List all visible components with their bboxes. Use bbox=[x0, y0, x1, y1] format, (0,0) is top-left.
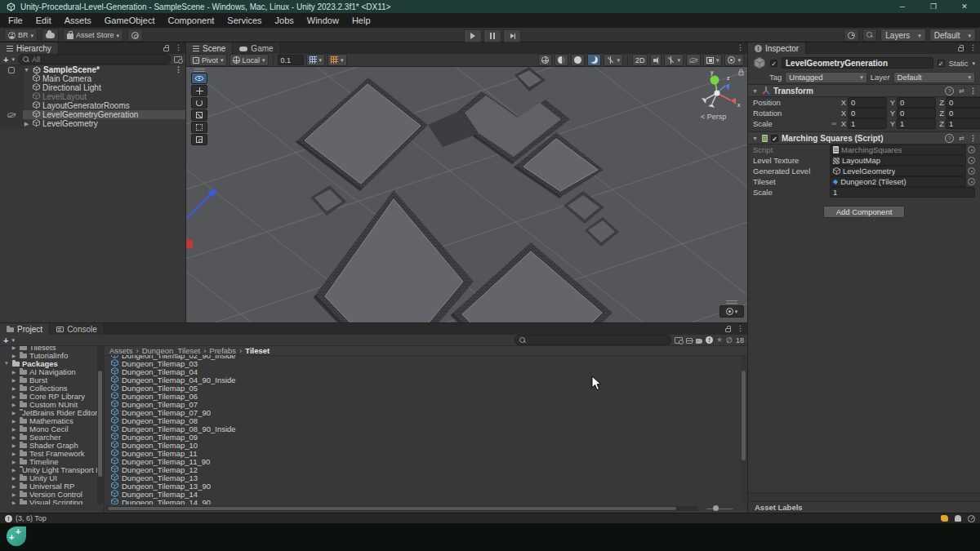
visibility-gutter-cell[interactable] bbox=[0, 119, 23, 128]
menu-file[interactable]: File bbox=[2, 14, 29, 28]
favorites-star-icon[interactable]: ★ bbox=[716, 336, 723, 344]
tree-item-visual-scripting[interactable]: ▶Visual Scripting bbox=[0, 498, 97, 504]
maximize-button[interactable]: ❐ bbox=[918, 0, 949, 14]
tree-item-universal-rp[interactable]: ▶Universal RP bbox=[0, 482, 97, 490]
project-tab-console[interactable]: Console bbox=[50, 323, 105, 335]
tree-item-collections[interactable]: ▶Collections bbox=[0, 384, 97, 392]
rect-tool-button[interactable] bbox=[191, 122, 207, 133]
hierarchy-item-main-camera[interactable]: Main Camera bbox=[0, 74, 185, 83]
asset-item-dungeon_tilemap_08[interactable]: Dungeon_Tilemap_08 bbox=[111, 416, 740, 424]
position-y-field[interactable]: 0 bbox=[897, 97, 936, 108]
position-z-field[interactable]: 0 bbox=[946, 97, 980, 108]
component-enabled-checkbox[interactable] bbox=[771, 135, 778, 142]
menu-help[interactable]: Help bbox=[345, 14, 377, 28]
field-value[interactable]: 1 bbox=[830, 187, 975, 198]
scene-visibility-button[interactable] bbox=[686, 54, 701, 66]
foldout-arrow-icon[interactable]: ▶ bbox=[11, 442, 17, 448]
foldout-arrow-icon[interactable]: ▼ bbox=[3, 361, 10, 366]
create-button[interactable]: + bbox=[3, 56, 8, 64]
tree-item-version-control[interactable]: ▶Version Control bbox=[0, 490, 97, 498]
lock-icon[interactable] bbox=[725, 328, 731, 332]
ambient-toggle-button[interactable] bbox=[571, 54, 585, 66]
global-search-button[interactable] bbox=[862, 29, 877, 42]
asset-item-dungeon_tilemap_09[interactable]: Dungeon_Tilemap_09 bbox=[111, 433, 740, 441]
lock-icon[interactable] bbox=[163, 47, 169, 51]
create-button[interactable]: + bbox=[3, 336, 8, 344]
grid-snapping-button[interactable]: ▾ bbox=[306, 54, 326, 66]
flare-dropdown-button[interactable]: ▾ bbox=[604, 54, 623, 66]
project-tab-project[interactable]: Project bbox=[0, 323, 50, 335]
lock-icon[interactable] bbox=[958, 47, 964, 51]
static-checkbox[interactable] bbox=[938, 60, 945, 67]
foldout-arrow-icon[interactable]: ▶ bbox=[11, 459, 17, 464]
snap-increment-button[interactable]: ▾ bbox=[327, 54, 347, 66]
layers-dropdown[interactable]: Layers ▾ bbox=[880, 29, 926, 42]
field-value[interactable]: LevelGeometry bbox=[830, 166, 966, 176]
step-button[interactable] bbox=[503, 29, 521, 42]
visibility-gutter-cell[interactable] bbox=[0, 101, 23, 110]
visibility-gutter-cell[interactable] bbox=[0, 74, 23, 83]
grid-size-field[interactable]: 0.1 bbox=[278, 55, 304, 65]
audio-toggle-button[interactable] bbox=[650, 54, 662, 66]
package-filter-icon[interactable] bbox=[686, 338, 693, 344]
visibility-gutter-cell[interactable] bbox=[0, 65, 23, 74]
menu-edit[interactable]: Edit bbox=[29, 14, 58, 28]
tree-item-mono-cecil[interactable]: ▶Mono Cecil bbox=[0, 424, 97, 433]
foldout-arrow-icon[interactable]: ▶ bbox=[23, 121, 30, 127]
gizmos-dropdown-button[interactable]: ▾ bbox=[724, 54, 744, 66]
asset-item-dungeon_tilemap_13[interactable]: Dungeon_Tilemap_13 bbox=[111, 473, 740, 482]
script-component-header[interactable]: ▼ Marching Squares (Script) ? ⇄ ⋮ bbox=[748, 131, 980, 144]
help-icon[interactable]: ? bbox=[945, 134, 954, 143]
breadcrumb-item-assets[interactable]: Assets bbox=[109, 346, 133, 355]
layout-dropdown[interactable]: Default ▾ bbox=[929, 29, 976, 42]
label-filter-icon[interactable] bbox=[696, 339, 702, 344]
scene-viewport[interactable]: y z x < Persp ▾ bbox=[186, 67, 747, 322]
move-tool-button[interactable] bbox=[191, 85, 207, 96]
visibility-gutter-cell[interactable] bbox=[0, 83, 23, 92]
menu-services[interactable]: Services bbox=[220, 14, 268, 28]
asset-item-dungeon_tilemap_07_90[interactable]: Dungeon_Tilemap_07_90 bbox=[111, 408, 740, 416]
tab-inspector[interactable]: Inspector bbox=[748, 42, 806, 54]
tree-item-burst[interactable]: ▶Burst bbox=[0, 375, 97, 384]
menu-component[interactable]: Component bbox=[161, 14, 220, 28]
horizontal-scrollbar[interactable] bbox=[106, 506, 698, 511]
rotation-y-field[interactable]: 0 bbox=[897, 108, 936, 118]
menu-gameobject[interactable]: GameObject bbox=[98, 14, 162, 28]
scene-tab-scene[interactable]: Scene bbox=[186, 42, 233, 54]
scene-visibility-off-icon[interactable] bbox=[7, 113, 16, 118]
tree-item-timeline[interactable]: ▶Timeline bbox=[0, 457, 97, 465]
overlay-drag-handle[interactable] bbox=[726, 300, 737, 304]
play-button[interactable] bbox=[464, 29, 482, 42]
visibility-gutter-cell[interactable] bbox=[0, 92, 23, 101]
rotation-z-field[interactable]: 0 bbox=[946, 108, 980, 118]
object-picker-icon[interactable] bbox=[968, 178, 975, 185]
asset-item-dungeon_tilemap_08_90_inside[interactable]: Dungeon_Tilemap_08_90_Inside bbox=[111, 424, 740, 433]
tree-item-unity-ui[interactable]: ▶Unity UI bbox=[0, 473, 97, 482]
kebab-menu-icon[interactable]: ⋮ bbox=[175, 44, 182, 51]
foldout-arrow-icon[interactable]: ▶ bbox=[11, 369, 17, 375]
rotate-tool-button[interactable] bbox=[191, 97, 207, 109]
presets-icon[interactable]: ⇄ bbox=[959, 87, 964, 95]
tree-item-unity-light-transport-libr[interactable]: ▶Unity Light Transport Libr bbox=[0, 465, 97, 473]
kebab-menu-icon[interactable]: ⋮ bbox=[737, 325, 744, 332]
foldout-arrow-icon[interactable]: ▶ bbox=[11, 467, 17, 473]
chevron-down-icon[interactable]: ▾ bbox=[11, 337, 15, 343]
foldout-arrow-icon[interactable]: ▶ bbox=[11, 393, 17, 399]
presets-icon[interactable]: ⇄ bbox=[959, 135, 964, 142]
visibility-gutter-cell[interactable] bbox=[0, 110, 23, 119]
asset-item-dungeon_tilemap_06[interactable]: Dungeon_Tilemap_06 bbox=[111, 392, 740, 400]
foldout-arrow-icon[interactable]: ▶ bbox=[11, 385, 17, 391]
hierarchy-item-layoutgeneratorrooms[interactable]: LayoutGeneratorRooms bbox=[0, 101, 185, 110]
object-picker-icon[interactable] bbox=[968, 167, 975, 175]
foldout-arrow-icon[interactable]: ▶ bbox=[11, 346, 17, 350]
foldout-arrow-icon[interactable]: ▶ bbox=[11, 410, 17, 415]
field-value[interactable]: ◆Dungeon2 (Tileset) bbox=[830, 176, 966, 187]
kebab-menu-icon[interactable]: ⋮ bbox=[969, 135, 977, 142]
object-picker-icon[interactable] bbox=[968, 146, 975, 153]
overlay-drag-handle[interactable] bbox=[194, 69, 205, 72]
position-x-field[interactable]: 0 bbox=[848, 97, 887, 108]
kebab-menu-icon[interactable]: ⋮ bbox=[737, 44, 744, 51]
foldout-arrow-icon[interactable]: ▶ bbox=[11, 402, 17, 407]
kebab-menu-icon[interactable]: ⋮ bbox=[175, 66, 182, 73]
2d-toggle-button[interactable]: 2D bbox=[632, 54, 648, 66]
